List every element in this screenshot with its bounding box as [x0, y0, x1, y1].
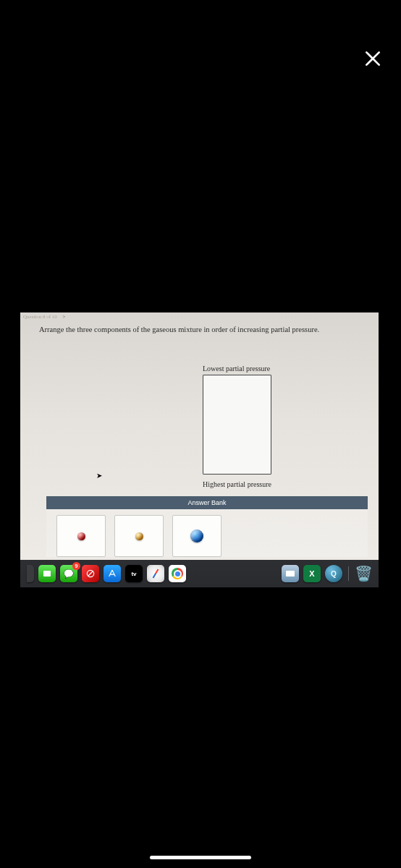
no-symbol-icon	[85, 569, 96, 579]
ordering-drop-zone[interactable]	[203, 375, 271, 475]
dock-item-chrome[interactable]	[169, 565, 186, 582]
blue-sphere-icon	[190, 529, 203, 542]
messages-badge: 9	[72, 562, 80, 570]
dock-item-partial[interactable]	[27, 565, 34, 582]
question-number: Question 8 of 10	[23, 314, 57, 320]
home-indicator[interactable]	[150, 856, 251, 859]
trash-icon: 🗑️	[355, 565, 373, 582]
answer-bank-item-blue[interactable]	[172, 515, 221, 557]
dock-item-appstore[interactable]	[104, 565, 121, 582]
close-button[interactable]	[363, 49, 382, 68]
dock-item-quicktime[interactable]	[325, 565, 342, 582]
dock-item-facetime[interactable]	[38, 565, 56, 582]
dock-item-preview[interactable]	[282, 565, 299, 582]
dock-item-messages[interactable]: 9	[60, 565, 77, 582]
appletv-label: tv	[131, 571, 136, 577]
orange-sphere-icon	[135, 532, 143, 540]
answer-bank-header: Answer Bank	[46, 496, 368, 509]
close-icon	[363, 49, 382, 68]
answer-bank-item-red[interactable]	[56, 515, 106, 557]
mac-dock: 9 tv 🗑️	[20, 560, 379, 587]
dock-divider	[348, 566, 349, 581]
dock-item-safari[interactable]	[147, 565, 164, 582]
highest-pressure-label: Highest partial pressure	[203, 480, 271, 488]
embedded-screenshot: Question 8 of 10 > Arrange the three com…	[20, 312, 379, 587]
appstore-a-icon	[107, 569, 117, 579]
svg-line-3	[88, 571, 93, 576]
dock-item-appletv[interactable]: tv	[125, 565, 143, 582]
question-indicator: Question 8 of 10 >	[20, 312, 69, 321]
red-sphere-icon	[77, 532, 85, 540]
answer-bank	[46, 509, 368, 557]
breadcrumb-arrow: >	[63, 314, 66, 320]
chrome-icon	[172, 568, 183, 579]
dock-item-utility[interactable]	[82, 565, 99, 582]
dock-item-trash[interactable]: 🗑️	[355, 565, 372, 582]
question-prompt: Arrange the three components of the gase…	[39, 326, 319, 333]
cursor-pointer-icon: ➤	[96, 472, 102, 480]
answer-bank-item-orange[interactable]	[114, 515, 164, 557]
dock-item-excel[interactable]	[303, 565, 321, 582]
lowest-pressure-label: Lowest partial pressure	[203, 365, 270, 373]
